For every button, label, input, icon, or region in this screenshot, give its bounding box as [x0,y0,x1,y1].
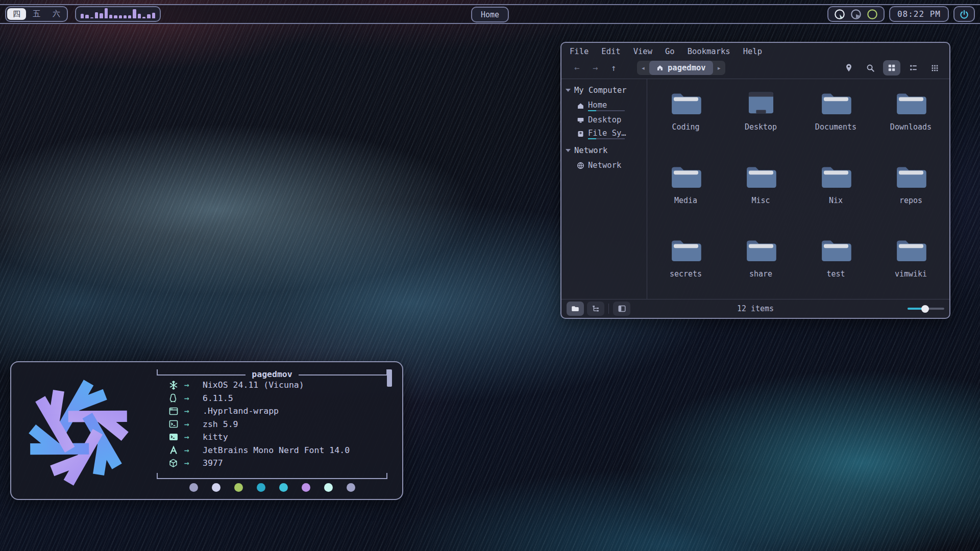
visualizer-bar [85,15,88,18]
menu-edit[interactable]: Edit [601,47,620,56]
file-item-coding[interactable]: Coding [648,84,723,158]
path-scroll-right-icon[interactable]: ▸ [713,61,725,75]
terminal-color-palette [157,483,387,492]
file-item-share[interactable]: share [723,231,798,305]
path-segment-home[interactable]: pagedmov [649,61,713,75]
info-row-terminal: → kitty [169,431,385,444]
arrow: → [184,406,203,416]
palette-dot [302,483,310,492]
sidebar-item-label: Network [588,161,621,170]
file-label: Misc [751,196,770,205]
palette-dot [212,483,220,492]
folder-icon [897,167,926,188]
terminal-value: kitty [203,432,228,442]
visualizer-bar [119,15,122,18]
fastfetch-frame-bottom [157,472,387,479]
folder-icon [672,167,701,188]
palette-dot [279,483,288,492]
sidebar-section-network[interactable]: Network [565,143,644,158]
file-item-media[interactable]: Media [648,158,723,231]
visualizer-bar [128,15,131,18]
os-value: NixOS 24.11 (Vicuna) [203,380,304,390]
path-scroll-left-icon[interactable]: ◂ [637,61,649,75]
file-label: test [826,269,845,279]
icon-view-button[interactable] [883,60,900,76]
window-manager-icon [169,407,184,415]
palette-dot [234,483,243,492]
visualizer-bar [133,9,136,18]
terminal-window: pagedmov → NixOS 24.11 (Vicuna) [10,361,403,500]
visualizer-bar [95,12,98,18]
sidebar-item-network[interactable]: Network [565,158,644,171]
focused-window-title: Home [471,7,509,22]
package-cube-icon [169,459,184,468]
menu-bookmarks[interactable]: Bookmarks [688,47,730,56]
up-button[interactable]: ↑ [604,63,623,73]
file-item-desktop[interactable]: Desktop [723,84,798,158]
hostname-title: pagedmov [246,369,298,380]
menu-file[interactable]: File [570,47,589,56]
fastfetch-frame-top: pagedmov [157,369,387,377]
places-pane-button[interactable] [567,302,584,316]
arrow: → [184,458,203,468]
workspace-6[interactable]: 六 [47,8,66,20]
path-bar: ◂ pagedmov ▸ [637,61,725,75]
sidebar-item-label: File Sy… [588,129,626,139]
home-icon [577,102,584,110]
visualizer-bar [90,17,93,18]
workspace-4[interactable]: 四 [7,8,26,20]
clock[interactable]: 08:22 PM [889,6,949,22]
visualizer-bar [81,14,84,18]
desktop-folder-icon [748,92,773,113]
frame-line [299,374,386,375]
file-item-vimwiki[interactable]: vimwiki [873,231,948,305]
menubar: File Edit View Go Bookmarks Help [561,43,949,58]
search-button[interactable] [862,60,879,76]
divider [608,304,609,314]
file-item-nix[interactable]: Nix [798,158,873,231]
system-gauges [827,6,885,22]
toggle-sidepane-button[interactable] [613,302,630,316]
forward-button[interactable]: → [586,63,604,73]
menu-view[interactable]: View [633,47,652,56]
audio-visualizer [75,6,161,22]
list-view-button[interactable] [904,60,922,76]
nix-snowflake-icon [169,381,184,390]
sidebar-item-home[interactable]: Home [565,97,644,112]
file-item-test[interactable]: test [798,231,873,305]
grid-view-icon [888,64,896,72]
file-label: vimwiki [895,269,927,279]
power-button[interactable] [953,6,975,22]
file-label: Media [674,196,697,205]
compact-view-button[interactable] [926,60,943,76]
file-item-secrets[interactable]: secrets [648,231,723,305]
sidebar-item-desktop[interactable]: Desktop [565,112,644,126]
desktop: 四 五 六 Home [0,0,980,551]
file-item-misc[interactable]: Misc [723,158,798,231]
info-row-os: → NixOS 24.11 (Vicuna) [169,379,385,392]
nixos-logo [19,373,138,492]
file-item-documents[interactable]: Documents [798,84,873,158]
slider-knob[interactable] [921,305,929,313]
file-item-repos[interactable]: repos [873,158,948,231]
side-panel-icon [618,305,626,312]
sidebar-section-my-computer[interactable]: My Computer [565,83,644,97]
menu-help[interactable]: Help [743,47,762,56]
menu-go[interactable]: Go [665,47,675,56]
file-item-downloads[interactable]: Downloads [873,84,948,158]
back-button[interactable]: ← [568,63,586,73]
search-icon [866,64,875,72]
visualizer-bar [105,8,108,18]
sidebar-item-filesystem[interactable]: File Sy… [565,126,644,140]
section-label: My Computer [574,86,627,95]
folder-icon [672,241,701,261]
clock-label: 08:22 PM [897,9,941,19]
file-label: repos [899,196,922,205]
dir-tree-pane-button[interactable] [587,302,604,316]
zoom-slider[interactable] [908,305,944,312]
visualizer-bar [124,15,127,18]
arrow: → [184,380,203,390]
workspace-5[interactable]: 五 [27,8,46,20]
location-button[interactable] [840,60,857,76]
sidebar: My Computer Home Desktop [561,79,647,299]
